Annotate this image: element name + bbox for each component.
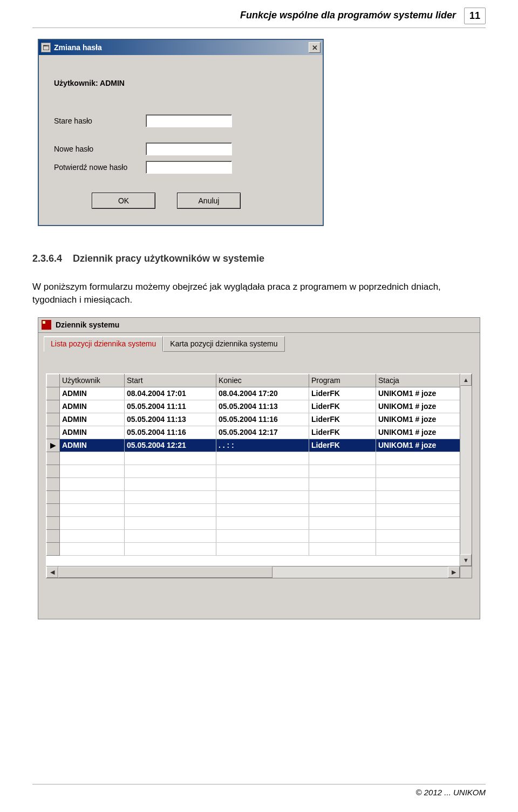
table-row xyxy=(47,465,472,477)
empty-cell xyxy=(60,465,125,477)
col-end[interactable]: Koniec xyxy=(216,374,309,387)
table-row xyxy=(47,452,472,465)
empty-cell xyxy=(376,516,472,529)
cell-start: 08.04.2004 17:01 xyxy=(125,387,216,400)
confirm-password-input[interactable] xyxy=(146,161,232,174)
empty-cell xyxy=(60,529,125,542)
empty-cell xyxy=(47,465,60,477)
row-marker-icon xyxy=(47,400,60,413)
system-log-titlebar: Dziennik systemu xyxy=(38,318,480,333)
table-row xyxy=(47,542,472,555)
scroll-down-icon[interactable]: ▼ xyxy=(460,554,472,566)
empty-cell xyxy=(125,503,216,516)
scroll-left-icon[interactable]: ◀ xyxy=(46,567,58,578)
empty-cell xyxy=(216,477,309,490)
col-program[interactable]: Program xyxy=(309,374,376,387)
cell-end: 08.04.2004 17:20 xyxy=(216,387,309,400)
page-header-title: Funkcje wspólne dla programów systemu li… xyxy=(240,8,456,21)
cell-user: ADMIN xyxy=(60,413,125,426)
empty-cell xyxy=(376,477,472,490)
dialog-body: Użytkownik: ADMIN Stare hasło Nowe hasło… xyxy=(39,55,323,225)
empty-cell xyxy=(216,529,309,542)
empty-cell xyxy=(216,516,309,529)
system-log-window: Dziennik systemu Lista pozycji dziennika… xyxy=(38,317,480,619)
table-header-row: Użytkownik Start Koniec Program Stacja xyxy=(47,374,472,387)
table-row xyxy=(47,503,472,516)
new-password-input[interactable] xyxy=(146,142,232,155)
col-user[interactable]: Użytkownik xyxy=(60,374,125,387)
col-marker xyxy=(47,374,60,387)
cell-end: . . : : xyxy=(216,439,309,452)
empty-cell xyxy=(47,542,60,555)
cell-station: UNIKOM1 # joze xyxy=(376,413,472,426)
page-header: Funkcje wspólne dla programów systemu li… xyxy=(32,0,486,24)
cell-user: ADMIN xyxy=(60,387,125,400)
empty-cell xyxy=(309,490,376,503)
vscroll-track[interactable] xyxy=(460,386,472,554)
empty-cell xyxy=(309,516,376,529)
scroll-corner xyxy=(460,566,472,578)
dialog-title: Zmiana hasła xyxy=(54,43,309,52)
empty-cell xyxy=(376,490,472,503)
new-password-label: Nowe hasło xyxy=(54,145,146,153)
table-row[interactable]: ADMIN08.04.2004 17:0108.04.2004 17:20Lid… xyxy=(47,387,472,400)
close-button[interactable]: ✕ xyxy=(309,42,321,53)
empty-cell xyxy=(376,503,472,516)
tab-log-list[interactable]: Lista pozycji dziennika systemu xyxy=(44,336,163,352)
empty-cell xyxy=(125,542,216,555)
table-row[interactable]: ADMIN05.05.2004 11:1605.05.2004 12:17Lid… xyxy=(47,426,472,439)
empty-cell xyxy=(216,452,309,465)
hscroll-track[interactable] xyxy=(58,567,448,578)
empty-cell xyxy=(216,503,309,516)
empty-cell xyxy=(309,452,376,465)
scroll-up-icon[interactable]: ▲ xyxy=(460,374,472,386)
vertical-scrollbar[interactable]: ▲ ▼ xyxy=(460,374,472,566)
log-table: Użytkownik Start Koniec Program Stacja A… xyxy=(46,374,472,556)
section-title: Dziennik pracy użytkowników w systemie xyxy=(73,253,264,264)
old-password-input[interactable] xyxy=(146,114,232,127)
table-row xyxy=(47,477,472,490)
system-log-title: Dziennik systemu xyxy=(56,320,119,329)
row-marker-icon: ▶ xyxy=(47,439,60,452)
section-number: 2.3.6.4 xyxy=(32,253,70,264)
table-row[interactable]: ADMIN05.05.2004 11:1305.05.2004 11:16Lid… xyxy=(47,413,472,426)
table-row[interactable]: ADMIN05.05.2004 11:1105.05.2004 11:13Lid… xyxy=(47,400,472,413)
empty-cell xyxy=(376,529,472,542)
cell-station: UNIKOM1 # joze xyxy=(376,439,472,452)
grid-panel: Użytkownik Start Koniec Program Stacja A… xyxy=(46,373,472,578)
empty-cell xyxy=(60,516,125,529)
table-row[interactable]: ▶ADMIN05.05.2004 12:21. . : :LiderFKUNIK… xyxy=(47,439,472,452)
empty-cell xyxy=(60,542,125,555)
dialog-titlebar: 🗔 Zmiana hasła ✕ xyxy=(39,40,323,55)
cell-user: ADMIN xyxy=(60,426,125,439)
col-start[interactable]: Start xyxy=(125,374,216,387)
row-marker-icon xyxy=(47,387,60,400)
old-password-label: Stare hasło xyxy=(54,117,146,125)
header-rule xyxy=(32,28,486,28)
scroll-right-icon[interactable]: ▶ xyxy=(448,567,460,578)
empty-cell xyxy=(60,503,125,516)
col-station[interactable]: Stacja xyxy=(376,374,472,387)
section-paragraph: W poniższym formularzu możemy obejrzeć j… xyxy=(32,281,486,306)
empty-cell xyxy=(60,452,125,465)
empty-cell xyxy=(376,542,472,555)
empty-cell xyxy=(47,503,60,516)
empty-cell xyxy=(125,516,216,529)
hscroll-thumb[interactable] xyxy=(58,567,272,578)
empty-cell xyxy=(309,542,376,555)
tab-log-card[interactable]: Karta pozycji dziennika systemu xyxy=(163,336,284,352)
tabstrip: Lista pozycji dziennika systemu Karta po… xyxy=(38,333,480,352)
cell-end: 05.05.2004 11:13 xyxy=(216,400,309,413)
ok-button[interactable]: OK xyxy=(92,193,155,209)
row-marker-icon xyxy=(47,413,60,426)
empty-cell xyxy=(125,452,216,465)
change-password-dialog: 🗔 Zmiana hasła ✕ Użytkownik: ADMIN Stare… xyxy=(38,39,324,226)
empty-cell xyxy=(125,465,216,477)
empty-cell xyxy=(47,490,60,503)
cell-start: 05.05.2004 11:13 xyxy=(125,413,216,426)
confirm-password-label: Potwierdź nowe hasło xyxy=(54,163,146,172)
cancel-button[interactable]: Anuluj xyxy=(177,193,241,209)
horizontal-scrollbar[interactable]: ◀ ▶ xyxy=(46,566,460,578)
empty-cell xyxy=(376,452,472,465)
empty-cell xyxy=(47,529,60,542)
